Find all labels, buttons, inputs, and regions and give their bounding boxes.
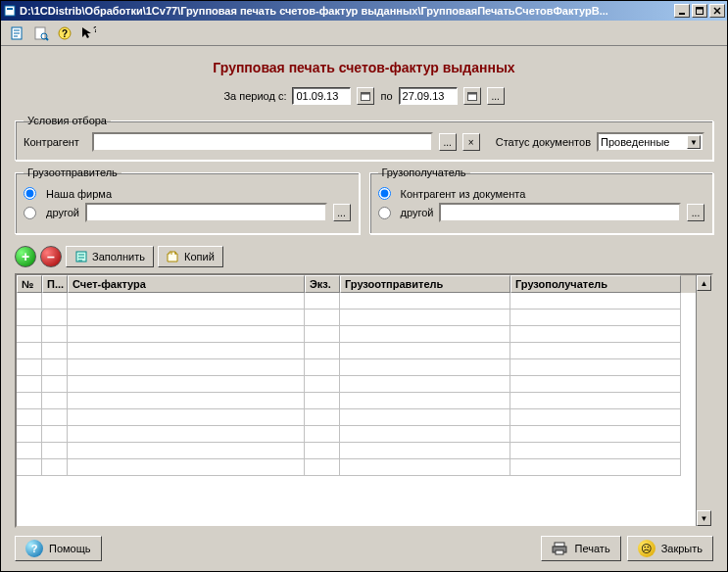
col-consignee[interactable]: Грузополучатель xyxy=(510,275,681,293)
pointer-help-icon[interactable]: ? xyxy=(79,24,97,42)
consignee-fromdoc-label: Контрагент из документа xyxy=(401,188,526,200)
close-footer-button[interactable]: ☹ Закрыть xyxy=(627,536,713,561)
consignee-other-label: другой xyxy=(401,207,434,218)
page-title: Групповая печать счетов-фактур выданных xyxy=(15,60,713,75)
window-controls xyxy=(674,4,725,18)
filter-legend: Условия отбора xyxy=(24,115,111,126)
calendar-from-icon[interactable] xyxy=(357,87,374,105)
footer: ? Помощь Печать ☹ Закрыть xyxy=(15,536,713,561)
svg-rect-15 xyxy=(362,93,370,95)
remove-row-button[interactable]: – xyxy=(40,246,62,267)
window-title: D:\1CDistrib\Обработки\1Cv77\Групповая п… xyxy=(20,5,674,17)
vertical-scrollbar[interactable]: ▲ ▼ xyxy=(696,275,711,526)
tool-icon-2[interactable] xyxy=(32,24,50,42)
svg-rect-0 xyxy=(5,6,15,16)
scroll-down-icon[interactable]: ▼ xyxy=(697,510,711,526)
chevron-down-icon: ▼ xyxy=(687,135,701,149)
status-label: Статус документов xyxy=(496,136,591,148)
shipper-other-radio[interactable] xyxy=(24,207,36,219)
consignee-fieldset: Грузополучатель Контрагент из документа … xyxy=(369,167,714,234)
window: D:\1CDistrib\Обработки\1Cv77\Групповая п… xyxy=(0,0,728,572)
print-button[interactable]: Печать xyxy=(541,536,621,561)
minimize-button[interactable] xyxy=(674,4,690,18)
consignee-legend: Грузополучатель xyxy=(378,167,470,178)
help-label: Помощь xyxy=(49,543,91,554)
table-row[interactable] xyxy=(17,359,696,376)
shipper-legend: Грузоотправитель xyxy=(24,167,121,178)
table-row[interactable] xyxy=(17,326,696,343)
col-num[interactable]: № xyxy=(17,275,42,293)
period-to-label: по xyxy=(380,90,392,102)
table-row[interactable] xyxy=(17,343,696,359)
col-invoice[interactable]: Счет-фактура xyxy=(68,275,305,293)
close-label: Закрыть xyxy=(661,543,703,554)
col-copies[interactable]: Экз. xyxy=(305,275,340,293)
date-from-input[interactable] xyxy=(292,87,351,105)
shipper-other-input[interactable] xyxy=(85,203,327,222)
shipper-other-label: другой xyxy=(46,207,79,218)
col-shipper[interactable]: Грузоотправитель xyxy=(340,275,510,293)
svg-rect-1 xyxy=(7,8,13,10)
question-icon: ? xyxy=(25,540,43,557)
copies-label: Копий xyxy=(184,251,215,262)
consignee-fromdoc-radio[interactable] xyxy=(378,187,391,200)
table-row[interactable] xyxy=(17,393,696,409)
svg-text:?: ? xyxy=(62,28,68,39)
consignee-other-input[interactable] xyxy=(439,203,681,222)
content: Групповая печать счетов-фактур выданных … xyxy=(1,46,727,571)
app-icon xyxy=(3,4,17,18)
filter-fieldset: Условия отбора Контрагент ... × Статус д… xyxy=(15,115,713,161)
table-row[interactable] xyxy=(17,293,696,310)
table-row[interactable] xyxy=(17,409,696,426)
print-label: Печать xyxy=(575,543,610,554)
counterparty-clear-button[interactable]: × xyxy=(462,133,480,151)
maximize-button[interactable] xyxy=(692,4,707,18)
table-body[interactable] xyxy=(17,293,696,526)
titlebar: D:\1CDistrib\Обработки\1Cv77\Групповая п… xyxy=(1,1,727,21)
table: № П... Счет-фактура Экз. Грузоотправител… xyxy=(15,273,713,528)
help-icon[interactable]: ? xyxy=(56,24,73,42)
period-from-label: За период с: xyxy=(223,90,286,102)
fill-label: Заполнить xyxy=(92,251,145,262)
table-row[interactable] xyxy=(17,426,696,443)
table-row[interactable] xyxy=(17,376,696,393)
counterparty-input[interactable] xyxy=(92,132,433,152)
svg-line-10 xyxy=(46,38,48,40)
table-row[interactable] xyxy=(17,443,696,459)
status-value: Проведенные xyxy=(601,136,669,148)
status-select[interactable]: Проведенные ▼ xyxy=(597,132,704,152)
shipper-fieldset: Грузоотправитель Наша фирма другой ... xyxy=(15,167,360,234)
add-row-button[interactable]: + xyxy=(15,246,36,267)
fill-button[interactable]: Заполнить xyxy=(66,246,154,267)
smile-icon: ☹ xyxy=(638,540,655,557)
counterparty-label: Контрагент xyxy=(24,136,86,148)
counterparty-pick-button[interactable]: ... xyxy=(439,133,457,151)
svg-text:?: ? xyxy=(93,25,96,34)
scroll-up-icon[interactable]: ▲ xyxy=(697,275,711,291)
calendar-to-icon[interactable] xyxy=(463,87,481,105)
svg-rect-21 xyxy=(556,550,563,554)
close-button[interactable] xyxy=(709,4,725,18)
table-row[interactable] xyxy=(17,459,696,476)
svg-rect-2 xyxy=(679,13,685,15)
table-header: № П... Счет-фактура Экз. Грузоотправител… xyxy=(17,275,696,293)
period-row: За период с: по ... xyxy=(15,87,713,105)
table-row[interactable] xyxy=(17,310,696,326)
help-button[interactable]: ? Помощь xyxy=(15,536,102,561)
consignee-other-pick-button[interactable]: ... xyxy=(687,204,704,221)
toolbar: ? ? xyxy=(1,21,727,46)
copies-button[interactable]: Копий xyxy=(158,246,223,267)
col-p[interactable]: П... xyxy=(42,275,68,293)
shipper-ours-label: Наша фирма xyxy=(46,188,112,200)
svg-rect-4 xyxy=(697,8,704,10)
svg-rect-17 xyxy=(467,93,476,95)
tool-icon-1[interactable] xyxy=(9,24,26,42)
shipper-other-pick-button[interactable]: ... xyxy=(333,204,351,221)
action-bar: + – Заполнить Копий xyxy=(15,246,713,267)
printer-icon xyxy=(552,542,569,555)
consignee-other-radio[interactable] xyxy=(378,207,391,219)
period-ellipsis-button[interactable]: ... xyxy=(487,87,505,105)
svg-rect-19 xyxy=(555,543,564,547)
shipper-ours-radio[interactable] xyxy=(24,187,36,200)
date-to-input[interactable] xyxy=(399,87,458,105)
